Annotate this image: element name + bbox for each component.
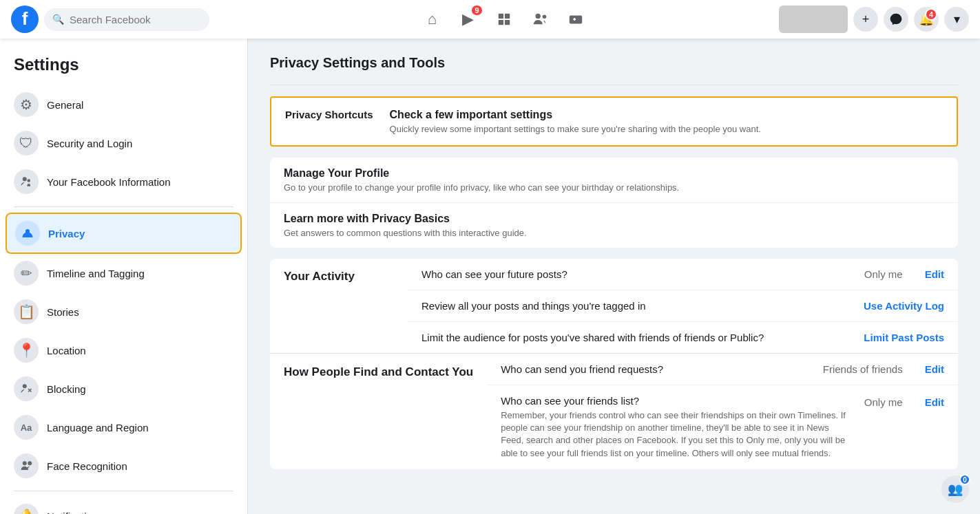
sidebar-item-general[interactable]: ⚙ General: [6, 85, 242, 124]
friends-list-edit[interactable]: Edit: [925, 396, 944, 408]
pencil-icon: ✏: [14, 261, 39, 286]
activity-log-action[interactable]: Use Activity Log: [864, 300, 944, 312]
add-button[interactable]: +: [853, 7, 878, 32]
content-divider: [270, 85, 958, 85]
limit-past-posts-question: Limit the audience for posts you've shar…: [421, 332, 853, 343]
gaming-nav-button[interactable]: [559, 3, 592, 36]
messenger-button[interactable]: [884, 7, 908, 32]
svg-point-10: [578, 19, 580, 21]
top-navigation: f 🔍 ⌂ ▶ 9 + 🔔 4 ▾: [0, 0, 980, 39]
activity-log-question: Review all your posts and things you're …: [421, 300, 853, 312]
sidebar-item-timeline[interactable]: ✏ Timeline and Tagging: [6, 254, 242, 292]
svg-point-12: [28, 179, 31, 182]
sidebar-item-label: Location: [47, 345, 86, 356]
friend-requests-question: Who can send you friend requests?: [501, 363, 812, 375]
store-nav-button[interactable]: [488, 3, 521, 36]
sidebar-item-notifications[interactable]: 🔔 Notifications: [6, 497, 242, 514]
svg-rect-3: [504, 20, 509, 25]
sidebar-item-label: Your Facebook Information: [47, 176, 171, 188]
friends-nav-button[interactable]: [523, 3, 556, 36]
how-people-find-title: How People Find and Contact You: [270, 354, 487, 391]
privacy-icon: [15, 221, 40, 246]
sidebar-item-label: General: [47, 99, 83, 111]
future-posts-question: Who can see your future posts?: [421, 268, 853, 280]
activity-log-text: Review all your posts and things you're …: [421, 300, 853, 312]
svg-point-11: [23, 177, 27, 181]
friends-list-text: Who can see your friends list? Remember,…: [501, 395, 853, 460]
limit-past-posts-action[interactable]: Limit Past Posts: [864, 332, 944, 343]
gear-icon: ⚙: [14, 92, 39, 117]
how-people-find-rows: Who can send you friend requests? Friend…: [487, 354, 958, 469]
nav-center: ⌂ ▶ 9: [231, 3, 776, 36]
page-title: Privacy Settings and Tools: [270, 55, 958, 71]
sidebar-item-label: Notifications: [47, 511, 103, 515]
sidebar-item-facebook-info[interactable]: Your Facebook Information: [6, 162, 242, 201]
video-nav-button[interactable]: ▶ 9: [452, 3, 485, 36]
friend-requests-row: Who can send you friend requests? Friend…: [487, 354, 958, 385]
svg-rect-2: [498, 20, 503, 25]
info-icon: [14, 169, 39, 194]
future-posts-text: Who can see your future posts?: [421, 268, 853, 280]
sidebar-item-label: Timeline and Tagging: [47, 268, 145, 279]
learn-more-title: Learn more with Privacy Basics: [284, 213, 944, 225]
notifications-button[interactable]: 🔔 4: [914, 7, 939, 32]
sidebar-title: Settings: [6, 50, 242, 85]
search-box[interactable]: 🔍: [44, 8, 209, 31]
shortcuts-content: Check a few important settings Quickly r…: [390, 109, 761, 134]
user-avatar[interactable]: [779, 6, 848, 33]
limit-past-posts-text: Limit the audience for posts you've shar…: [421, 332, 853, 343]
friends-list-question: Who can see your friends list?: [501, 395, 853, 407]
sidebar-divider-2: [14, 491, 233, 491]
svg-point-9: [577, 18, 578, 19]
your-activity-section: Your Activity Who can see your future po…: [270, 259, 958, 469]
people-badge: 0: [959, 474, 970, 485]
search-input[interactable]: [70, 14, 201, 25]
future-posts-row: Who can see your future posts? Only me E…: [408, 259, 958, 290]
svg-point-5: [542, 15, 546, 19]
sidebar-item-label: Privacy: [48, 228, 85, 239]
sidebar-item-location[interactable]: 📍 Location: [6, 331, 242, 370]
people-widget-button[interactable]: 👥 0: [941, 475, 969, 503]
sidebar-item-stories[interactable]: 📋 Stories: [6, 292, 242, 331]
svg-point-18: [28, 461, 32, 465]
bottom-right-widget: 👥 0: [941, 475, 969, 503]
home-nav-button[interactable]: ⌂: [416, 3, 449, 36]
shortcuts-subtitle: Quickly review some important settings t…: [390, 124, 761, 134]
friends-list-sub: Remember, your friends control who can s…: [501, 409, 853, 460]
future-posts-value: Only me: [864, 268, 903, 280]
stories-icon: 📋: [14, 299, 39, 324]
future-posts-edit[interactable]: Edit: [925, 268, 944, 280]
notifications-badge: 4: [925, 8, 937, 21]
sidebar-item-blocking[interactable]: Blocking: [6, 370, 242, 408]
location-icon: 📍: [14, 338, 39, 363]
shield-icon: 🛡: [14, 131, 39, 156]
friends-list-value: Only me: [864, 396, 903, 408]
friends-list-row: Who can see your friends list? Remember,…: [487, 385, 958, 469]
svg-point-14: [23, 384, 27, 388]
search-icon: 🔍: [52, 14, 64, 25]
friend-requests-edit[interactable]: Edit: [925, 363, 944, 375]
sidebar-item-label: Blocking: [47, 383, 86, 395]
sidebar-item-language[interactable]: Aa Language and Region: [6, 408, 242, 447]
learn-more-row[interactable]: Learn more with Privacy Basics Get answe…: [270, 203, 958, 248]
manage-profile-row[interactable]: Manage Your Profile Go to your profile t…: [270, 158, 958, 203]
sidebar-item-face-recognition[interactable]: Face Recognition: [6, 447, 242, 485]
svg-point-4: [535, 14, 540, 19]
limit-past-posts-row: Limit the audience for posts you've shar…: [408, 322, 958, 353]
svg-rect-0: [498, 14, 503, 19]
sidebar-item-label: Stories: [47, 306, 79, 318]
friend-requests-text: Who can send you friend requests?: [501, 363, 812, 375]
menu-button[interactable]: ▾: [944, 7, 969, 32]
svg-point-17: [23, 461, 27, 465]
facebook-logo[interactable]: f: [11, 6, 39, 33]
nav-left: f 🔍: [11, 6, 231, 33]
blocking-icon: [14, 376, 39, 401]
privacy-shortcuts-card: Privacy Shortcuts Check a few important …: [270, 96, 958, 147]
language-icon: Aa: [14, 415, 39, 440]
activity-log-row: Review all your posts and things you're …: [408, 290, 958, 322]
sidebar-item-privacy[interactable]: Privacy: [6, 213, 242, 254]
sidebar-item-label: Face Recognition: [47, 460, 127, 472]
sidebar-item-security[interactable]: 🛡 Security and Login: [6, 124, 242, 162]
video-badge: 9: [470, 4, 483, 17]
your-activity-title: Your Activity: [270, 259, 408, 295]
